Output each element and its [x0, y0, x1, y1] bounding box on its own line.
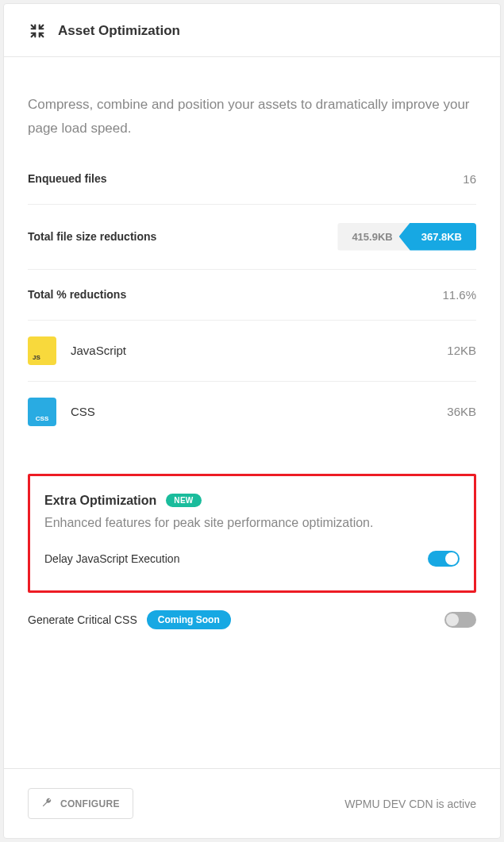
critical-css-label: Generate Critical CSS Coming Soon [28, 610, 231, 629]
asset-name: JavaScript [71, 344, 433, 357]
asset-optimization-card: Asset Optimization Compress, combine and… [3, 3, 501, 839]
cdn-status: WPMU DEV CDN is active [344, 798, 476, 810]
compress-icon [28, 21, 47, 40]
asset-value: 36KB [447, 405, 476, 418]
asset-css-row: CSS CSS 36KB [28, 381, 476, 442]
filesize-bar: 415.9KB 367.8KB [337, 223, 476, 251]
configure-label: CONFIGURE [60, 798, 120, 809]
delay-js-toggle[interactable] [428, 551, 460, 567]
asset-js-row: JS JavaScript 12KB [28, 320, 476, 381]
stat-percent: Total % reductions 11.6% [28, 269, 476, 320]
extra-description: Enhanced features for peak site performa… [44, 516, 460, 530]
delay-js-label: Delay JavaScript Execution [44, 552, 179, 565]
stat-label: Total file size reductions [28, 230, 156, 243]
card-footer: CONFIGURE WPMU DEV CDN is active [4, 768, 500, 838]
filesize-reduced: 367.8KB [399, 223, 476, 251]
stat-label: Total % reductions [28, 288, 126, 301]
card-title: Asset Optimization [58, 23, 180, 39]
intro-text: Compress, combine and position your asse… [28, 57, 476, 172]
css-badge: CSS [28, 398, 56, 426]
card-body: Compress, combine and position your asse… [4, 57, 500, 768]
critical-css-text: Generate Critical CSS [28, 613, 137, 626]
js-badge: JS [28, 336, 56, 365]
asset-name: CSS [71, 405, 433, 418]
stat-enqueued: Enqueued files 16 [28, 172, 476, 204]
new-badge: NEW [166, 494, 201, 507]
stat-value: 11.6% [442, 288, 476, 302]
extra-header: Extra Optimization NEW [44, 494, 460, 508]
card-header: Asset Optimization [4, 4, 500, 57]
stat-value: 16 [463, 172, 476, 186]
wrench-icon [41, 797, 52, 810]
coming-soon-badge: Coming Soon [147, 610, 231, 629]
extra-optimization-box: Extra Optimization NEW Enhanced features… [28, 474, 476, 593]
configure-button[interactable]: CONFIGURE [28, 788, 133, 819]
stat-label: Enqueued files [28, 172, 107, 185]
delay-js-row: Delay JavaScript Execution [44, 530, 460, 581]
critical-css-toggle[interactable] [444, 612, 476, 628]
stat-filesize: Total file size reductions 415.9KB 367.8… [28, 204, 476, 269]
extra-title: Extra Optimization [44, 494, 156, 508]
asset-value: 12KB [447, 344, 476, 357]
critical-css-row: Generate Critical CSS Coming Soon [28, 593, 476, 647]
